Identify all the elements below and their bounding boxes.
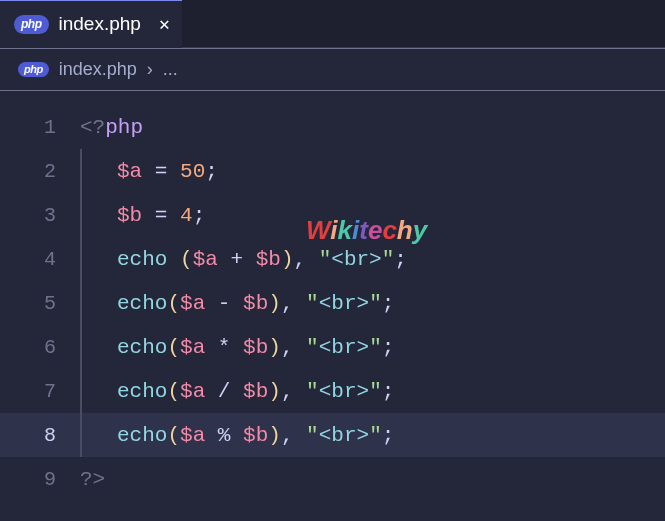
close-icon[interactable]: ✕ <box>159 13 170 35</box>
code-editor[interactable]: 1 <?php 2 $a = 50; 3 $b = 4; 4 echo ($a … <box>0 91 665 501</box>
code-content: echo($a - $b), "<br>"; <box>82 292 394 315</box>
breadcrumb-file[interactable]: index.php <box>59 59 137 80</box>
code-content: echo ($a + $b), "<br>"; <box>82 248 407 271</box>
code-line: 4 echo ($a + $b), "<br>"; <box>0 237 665 281</box>
code-line-active: 8 echo($a % $b), "<br>"; <box>0 413 665 457</box>
tab-bar: php index.php ✕ <box>0 0 665 48</box>
line-number: 7 <box>0 380 80 403</box>
chevron-right-icon: › <box>147 59 153 80</box>
breadcrumb-more[interactable]: ... <box>163 59 178 80</box>
line-number: 6 <box>0 336 80 359</box>
code-line: 3 $b = 4; <box>0 193 665 237</box>
code-content: ?> <box>80 468 105 491</box>
code-line: 1 <?php <box>0 105 665 149</box>
line-number: 8 <box>0 424 80 447</box>
line-number: 3 <box>0 204 80 227</box>
code-line: 9 ?> <box>0 457 665 501</box>
code-line: 7 echo($a / $b), "<br>"; <box>0 369 665 413</box>
line-number: 4 <box>0 248 80 271</box>
tab-filename: index.php <box>59 13 141 35</box>
code-line: 2 $a = 50; <box>0 149 665 193</box>
tab-index-php[interactable]: php index.php ✕ <box>0 0 182 48</box>
php-icon: php <box>18 62 49 77</box>
code-line: 6 echo($a * $b), "<br>"; <box>0 325 665 369</box>
line-number: 2 <box>0 160 80 183</box>
line-number: 1 <box>0 116 80 139</box>
breadcrumb: php index.php › ... <box>0 48 665 91</box>
php-icon: php <box>14 15 49 34</box>
code-content: <?php <box>80 116 143 139</box>
code-content: $a = 50; <box>82 160 218 183</box>
code-content: echo($a / $b), "<br>"; <box>82 380 394 403</box>
code-content: $b = 4; <box>82 204 205 227</box>
line-number: 5 <box>0 292 80 315</box>
line-number: 9 <box>0 468 80 491</box>
code-content: echo($a % $b), "<br>"; <box>82 424 394 447</box>
code-line: 5 echo($a - $b), "<br>"; <box>0 281 665 325</box>
code-content: echo($a * $b), "<br>"; <box>82 336 394 359</box>
